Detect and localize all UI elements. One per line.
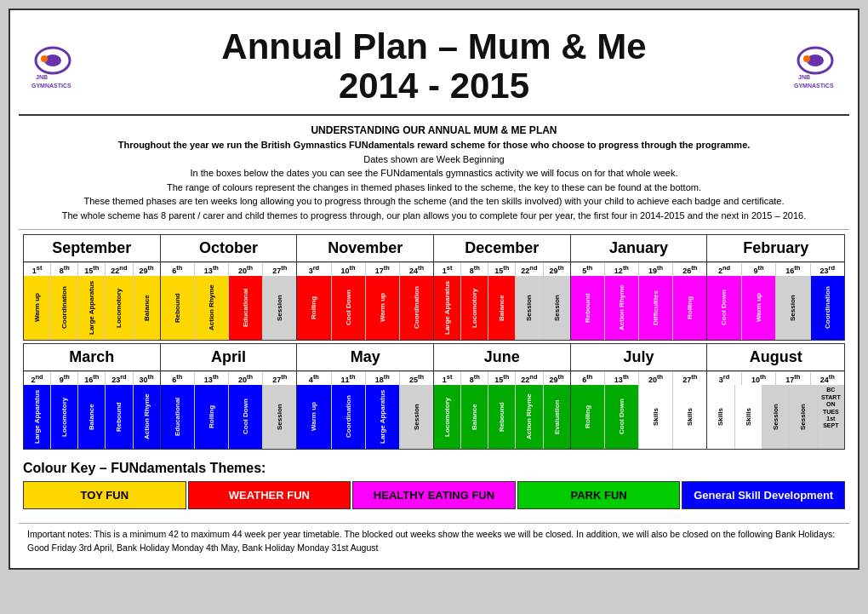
- activity-text: Session: [263, 385, 296, 449]
- date-cell: 3rd: [297, 262, 331, 276]
- dates-row: 4th11th18th25th: [297, 371, 433, 385]
- date-cell: 12th: [605, 262, 639, 276]
- date-cell: 2nd: [24, 371, 51, 385]
- month-col-september: September1st8th15th22nd29thWarm upCoordi…: [24, 235, 161, 340]
- sub-title: 2014 - 2015: [87, 66, 781, 106]
- activity-text: Rebound: [106, 385, 132, 449]
- date-cell: 13th: [195, 371, 229, 385]
- colour-key-section: Colour Key – FUNdamentals Themes: TOY FU…: [19, 454, 849, 523]
- date-cell: 23rd: [811, 262, 844, 276]
- activity-cell: Cool Down: [229, 385, 263, 449]
- month-col-october: October6th13th20th27thReboundAction Rhym…: [161, 235, 298, 340]
- activity-cell: Rebound: [161, 276, 195, 340]
- date-cell: 23rd: [106, 371, 133, 385]
- activity-cell: Coordination: [400, 276, 433, 340]
- date-cell: 16th: [78, 371, 106, 385]
- date-cell: 10th: [742, 371, 776, 385]
- date-cell: 6th: [161, 371, 195, 385]
- dates-row: 2nd9th16th23rd30th: [24, 371, 160, 385]
- activity-cell: Skills: [735, 385, 762, 449]
- logo-right-svg: JNB GYMNASTICS: [790, 43, 841, 90]
- date-cell: 8th: [461, 371, 488, 385]
- month-header: May: [297, 344, 433, 371]
- activity-cell: Coordination: [811, 276, 844, 340]
- activities-row: Warm upCoordinationLarge ApparatusSessio…: [297, 385, 433, 449]
- date-cell: 19th: [639, 262, 673, 276]
- activity-cell: Session: [516, 276, 543, 340]
- top-calendar: September1st8th15th22nd29thWarm upCoordi…: [23, 234, 845, 341]
- activity-text: Action Rhyme: [134, 385, 160, 449]
- activities-row: Cool DownWarm upSessionCoordination: [707, 276, 844, 340]
- key-item: TOY FUN: [23, 481, 186, 509]
- activity-text: Action Rhyme: [195, 276, 228, 340]
- activity-cell: Large Apparatus: [366, 385, 400, 449]
- logo-left: JNB GYMNASTICS: [19, 43, 87, 90]
- date-cell: 15th: [488, 262, 516, 276]
- activity-text: Coordination: [400, 276, 433, 340]
- activity-text: Warm up: [366, 276, 399, 340]
- svg-text:JNB: JNB: [798, 74, 810, 80]
- month-col-november: November3rd10th17th24thRollingCool DownW…: [297, 235, 434, 340]
- header: JNB GYMNASTICS Annual Plan – Mum & Me 20…: [19, 19, 849, 116]
- date-cell: 24th: [811, 371, 844, 385]
- intro-section: UNDERSTANDING OUR ANNUAL MUM & ME PLAN T…: [19, 116, 849, 230]
- activity-text: Warm up: [24, 276, 50, 340]
- notes-section: Important notes: This is a minimum 42 to…: [19, 523, 849, 559]
- month-col-december: December1st8th15th22nd29thLarge Apparatu…: [434, 235, 571, 340]
- activity-cell: Large Apparatus: [78, 276, 106, 340]
- key-item: General Skill Development: [682, 481, 845, 509]
- activity-text: Skills: [673, 385, 706, 449]
- month-col-august: August3rd10th17th24thSkillsSkillsSession…: [707, 344, 844, 449]
- activity-text: Session: [516, 276, 542, 340]
- intro-title: UNDERSTANDING OUR ANNUAL MUM & ME PLAN: [36, 123, 832, 138]
- date-cell: 27th: [263, 262, 296, 276]
- month-header: February: [707, 235, 844, 262]
- intro-line2: Throughout the year we run the British G…: [36, 138, 832, 152]
- activity-cell: Action Rhyme: [605, 276, 639, 340]
- activity-text: Session: [400, 385, 433, 449]
- month-col-january: January5th12th19th26thReboundAction Rhym…: [571, 235, 708, 340]
- month-header: June: [434, 344, 570, 371]
- activities-row: Large ApparatusLocomotoryBalanceReboundA…: [24, 385, 160, 449]
- activity-cell: Balance: [78, 385, 106, 449]
- activity-text: Action Rhyme: [605, 276, 638, 340]
- date-cell: 17th: [366, 262, 400, 276]
- activity-cell: Large Apparatus: [24, 385, 51, 449]
- activity-cell: Balance: [488, 276, 516, 340]
- activity-text: Skills: [639, 385, 672, 449]
- activity-cell: Session: [263, 385, 296, 449]
- activity-cell: Skills: [707, 385, 734, 449]
- date-cell: 10th: [332, 262, 366, 276]
- activity-cell: Rebound: [106, 385, 133, 449]
- bc-note-cell: BC START ON TUES 1st SEPT: [818, 385, 844, 449]
- activity-cell: Action Rhyme: [195, 276, 229, 340]
- month-header: November: [297, 235, 433, 262]
- activity-cell: Session: [762, 385, 790, 449]
- activity-text: Cool Down: [332, 276, 365, 340]
- date-cell: 3rd: [707, 371, 741, 385]
- key-item: HEALTHY EATING FUN: [352, 481, 516, 509]
- activity-text: Session: [263, 276, 296, 340]
- activities-row: ReboundAction RhymeEducationalSession: [161, 276, 297, 340]
- intro-line6: These themed phases are ten weeks long a…: [36, 194, 832, 209]
- date-cell: 20th: [639, 371, 673, 385]
- date-cell: 16th: [776, 262, 810, 276]
- activity-text: Skills: [735, 385, 762, 449]
- activity-text: Balance: [488, 276, 515, 340]
- date-cell: 8th: [51, 262, 78, 276]
- month-col-july: July6th13th20th27thRollingCool DownSkill…: [571, 344, 708, 449]
- logo-right: JNB GYMNASTICS: [781, 43, 849, 90]
- date-cell: 20th: [229, 262, 263, 276]
- activity-text: Large Apparatus: [24, 385, 50, 449]
- activity-cell: Educational: [229, 276, 263, 340]
- activity-text: Cool Down: [229, 385, 262, 449]
- date-cell: 29th: [544, 262, 570, 276]
- date-cell: 30th: [134, 371, 160, 385]
- month-header: October: [161, 235, 297, 262]
- month-col-april: April6th13th20th27thEducationalRollingCo…: [161, 344, 298, 449]
- activity-cell: Rebound: [488, 385, 516, 449]
- dates-row: 1st8th15th22nd29th: [434, 262, 570, 276]
- svg-point-9: [803, 55, 810, 62]
- activity-cell: Large Apparatus: [434, 276, 461, 340]
- activity-text: Difficulties: [639, 276, 672, 340]
